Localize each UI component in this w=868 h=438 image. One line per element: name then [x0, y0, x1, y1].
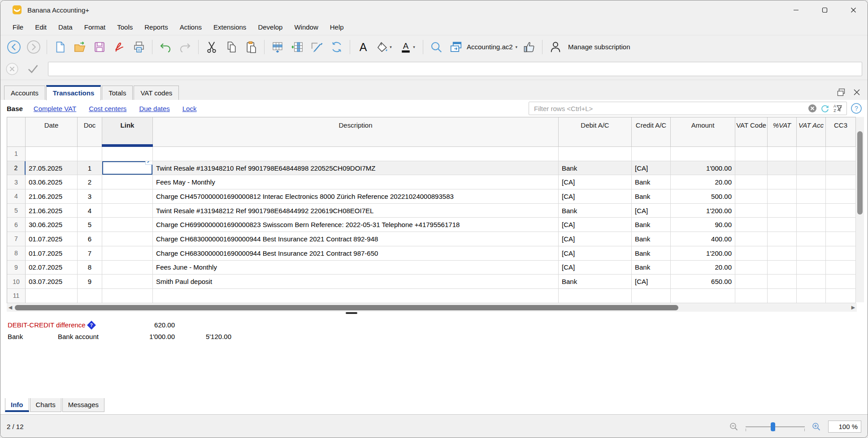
cell-cc3[interactable] [826, 147, 856, 161]
header-date[interactable]: Date [26, 117, 78, 147]
zoom-in-icon[interactable] [811, 421, 822, 432]
cell-edit-input[interactable] [48, 62, 862, 76]
cell-debit[interactable]: [CA] [559, 261, 632, 275]
open-file-button[interactable] [70, 38, 90, 56]
font-button[interactable]: A [353, 38, 373, 56]
cell-description[interactable]: Charge CH6990000001690000823 Swisscom Be… [153, 218, 559, 232]
row-number[interactable]: 8 [7, 246, 26, 261]
tab-totals[interactable]: Totals [102, 86, 133, 100]
header-pct-vat[interactable]: %VAT [768, 117, 797, 147]
cell-date[interactable]: 30.06.2025 [26, 218, 78, 232]
cell-date[interactable]: 01.07.2025 [26, 246, 78, 261]
row-number[interactable]: 10 [7, 275, 26, 289]
header-row-number[interactable] [7, 117, 26, 147]
back-button[interactable] [4, 38, 24, 56]
tab-vat-codes[interactable]: VAT codes [134, 86, 179, 100]
paste-button[interactable] [241, 38, 261, 56]
scroll-right-arrow-icon[interactable]: ▶ [850, 303, 857, 312]
cell-debit[interactable]: Bank [559, 204, 632, 218]
horizontal-scrollbar-thumb[interactable] [15, 305, 678, 310]
cell-amount[interactable] [671, 147, 735, 161]
header-credit[interactable]: Credit A/C [632, 117, 671, 147]
splitter-handle[interactable] [346, 312, 357, 314]
row-number[interactable]: 2 [7, 161, 26, 176]
edit-cell-button[interactable] [307, 38, 327, 56]
edit-cell-badge-icon[interactable] [145, 161, 153, 165]
header-description[interactable]: Description [153, 117, 559, 147]
menu-file[interactable]: File [7, 21, 29, 34]
menu-window[interactable]: Window [288, 21, 324, 34]
cell-debit[interactable]: Bank [559, 275, 632, 289]
cell-doc[interactable]: 8 [78, 261, 102, 275]
cell-amount[interactable]: 500.00 [671, 189, 735, 204]
cell-link[interactable] [102, 218, 153, 232]
tab-charts[interactable]: Charts [30, 398, 61, 412]
scroll-left-arrow-icon[interactable]: ◀ [7, 303, 14, 312]
cell-vat-code[interactable] [735, 189, 768, 204]
cell-link[interactable] [102, 147, 153, 161]
cell-credit[interactable]: Bank [632, 189, 671, 204]
cell-description[interactable]: Twint Resale #131948210 Ref 9901798E6484… [153, 161, 559, 176]
like-button[interactable] [519, 38, 539, 56]
cut-button[interactable] [202, 38, 221, 56]
cell-amount[interactable]: 650.00 [671, 275, 735, 289]
cell-doc[interactable]: 7 [78, 246, 102, 261]
cell-pct-vat[interactable] [768, 147, 797, 161]
account-button[interactable] [546, 38, 565, 56]
cell-credit[interactable]: [CA] [632, 161, 671, 176]
tab-accounts[interactable]: Accounts [4, 86, 45, 100]
cell-pct-vat[interactable] [768, 189, 797, 204]
cell-vat-code[interactable] [735, 218, 768, 232]
zoom-out-icon[interactable] [729, 421, 739, 432]
cell-debit[interactable]: [CA] [559, 175, 632, 189]
cell-description[interactable]: Charge CH6830000001690000944 Best Insura… [153, 232, 559, 246]
cell-credit[interactable]: Bank [632, 218, 671, 232]
cell-link[interactable] [102, 275, 153, 289]
maximize-button[interactable] [810, 0, 839, 19]
cell-vat-code[interactable] [735, 289, 768, 303]
cell-doc[interactable]: 6 [78, 232, 102, 246]
cell-cc3[interactable] [826, 246, 856, 261]
cell-pct-vat[interactable] [768, 232, 797, 246]
cell-doc[interactable]: 3 [78, 189, 102, 204]
cell-vat-acc[interactable] [797, 218, 826, 232]
cell-link[interactable] [102, 232, 153, 246]
view-lock[interactable]: Lock [182, 105, 197, 112]
cell-debit[interactable]: [CA] [559, 246, 632, 261]
text-color-button[interactable]: A ▾ [396, 38, 420, 56]
row-number[interactable]: 4 [7, 189, 26, 204]
cell-amount[interactable] [671, 289, 735, 303]
cell-amount[interactable]: 20.00 [671, 175, 735, 189]
advanced-filter-button[interactable]: A Z [831, 103, 844, 114]
cell-pct-vat[interactable] [768, 175, 797, 189]
cell-vat-acc[interactable] [797, 175, 826, 189]
cell-cc3[interactable] [826, 275, 856, 289]
cell-link[interactable] [102, 289, 153, 303]
cell-vat-code[interactable] [735, 275, 768, 289]
cell-vat-acc[interactable] [797, 147, 826, 161]
cell-amount[interactable]: 1'200.00 [671, 204, 735, 218]
cell-vat-acc[interactable] [797, 204, 826, 218]
manage-subscription-label[interactable]: Manage subscription [568, 43, 630, 51]
horizontal-scrollbar[interactable]: ◀ ▶ [7, 303, 857, 312]
help-button[interactable]: ? [850, 102, 863, 115]
menu-help[interactable]: Help [324, 21, 350, 34]
cell-link[interactable] [102, 175, 153, 189]
cell-date[interactable]: 03.06.2025 [26, 175, 78, 189]
new-file-button[interactable] [50, 38, 70, 56]
cell-vat-acc[interactable] [797, 232, 826, 246]
cell-debit[interactable] [559, 147, 632, 161]
undo-button[interactable] [156, 38, 175, 56]
cell-amount[interactable]: 400.00 [671, 232, 735, 246]
cell-vat-code[interactable] [735, 147, 768, 161]
view-complete-vat[interactable]: Complete VAT [34, 105, 76, 112]
header-link[interactable]: Link [102, 117, 153, 147]
view-base[interactable]: Base [7, 105, 23, 112]
window-list-button[interactable] [446, 38, 466, 56]
cell-doc[interactable]: 4 [78, 204, 102, 218]
cell-amount[interactable]: 20.00 [671, 261, 735, 275]
cell-cc3[interactable] [826, 161, 856, 176]
menu-format[interactable]: Format [78, 21, 112, 34]
cell-credit[interactable]: Bank [632, 246, 671, 261]
cell-link[interactable] [102, 246, 153, 261]
